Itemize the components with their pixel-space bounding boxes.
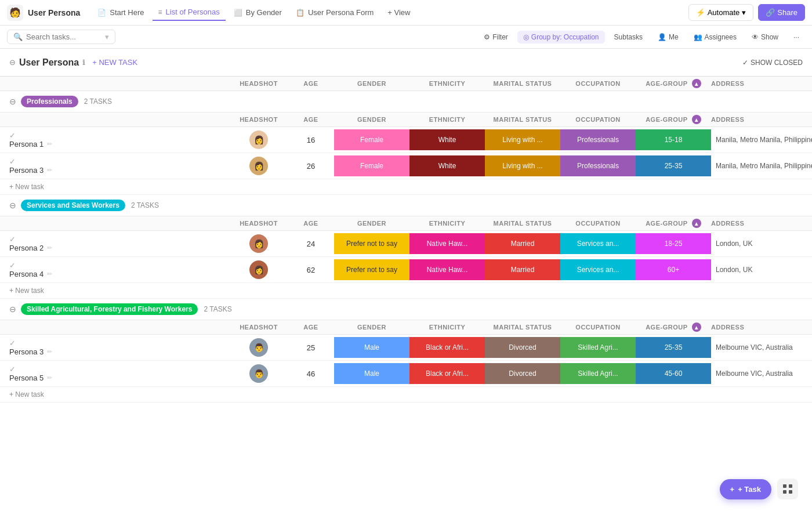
top-navigation: 🧑 User Persona 📄 Start Here ≡ List of Pe… [0,0,812,26]
me-button[interactable]: 👤 Me [652,31,684,44]
cell-gender: Female [334,155,409,176]
col-header-gender: GENDER [334,80,409,87]
group-toggle-services-sales[interactable]: ⊖ [9,201,16,210]
edit-icon[interactable]: ✏ [47,270,52,278]
cell-headshot: 👨 [230,364,288,383]
automate-button[interactable]: ⚡ Automate ▾ [688,4,754,21]
list-icon: ≡ [158,8,162,16]
age-group-sort-icon: ▲ [692,79,701,88]
tab-add-view[interactable]: + View [382,5,416,20]
avatar: 👩 [249,157,268,175]
info-icon[interactable]: ℹ [82,59,85,67]
cell-age: 46 [288,370,334,378]
cell-gender: Prefer not to say [334,233,409,254]
col-header-occupation: OCCUPATION [560,80,636,87]
cell-gender: Female [334,129,409,150]
table-row: ✓ Persona 2 ✏ 👩 24 Prefer not to say Nat… [0,231,812,257]
edit-icon[interactable]: ✏ [47,166,52,174]
new-task-row-agricultural[interactable]: + New task [0,387,812,403]
tab-user-persona-form[interactable]: 📋 User Persona Form [290,5,379,20]
cell-ethnicity: Black or Afri... [409,337,485,358]
check-icon[interactable]: ✓ [9,365,16,374]
share-icon: 🔗 [766,8,775,17]
toolbar-right: ⚙ Filter ◎ Group by: Occupation Subtasks… [478,31,805,44]
cell-headshot: 👨 [230,338,288,357]
group-services-sales: ⊖ Services and Sales Workers 2 TASKS HEA… [0,195,812,299]
subtasks-button[interactable]: Subtasks [608,31,648,44]
edit-icon[interactable]: ✏ [47,244,52,252]
group-label-professionals: Professionals [21,96,78,107]
cell-marital: Living with ... [485,129,560,150]
group-professionals: ⊖ Professionals 2 TASKS HEADSHOT AGE GEN… [0,91,812,195]
cell-address: Melbourne VIC, Australia [711,343,812,352]
cell-age-group: 25-35 [636,155,711,176]
app-title: User Persona [28,8,80,17]
cell-address: London, UK [711,240,812,248]
chevron-down-icon: ▾ [742,8,746,17]
cell-ethnicity: Black or Afri... [409,363,485,384]
assignees-button[interactable]: 👥 Assignees [688,31,742,44]
check-icon[interactable]: ✓ [9,339,16,347]
column-headers: HEADSHOT AGE GENDER ETHNICITY MARITAL ST… [0,77,812,91]
tab-start-here[interactable]: 📄 Start Here [92,5,150,20]
edit-icon[interactable]: ✏ [47,140,52,148]
task-name: Persona 4 ✏ [9,270,230,278]
cell-marital: Married [485,233,560,254]
group-col-headers-services: HEADSHOT AGE GENDER ETHNICITY MARITAL ST… [0,216,812,231]
cell-age: 25 [288,343,334,352]
new-task-row-services[interactable]: + New task [0,283,812,299]
collapse-icon[interactable]: ⊖ [9,58,16,67]
check-icon[interactable]: ✓ [9,131,16,140]
task-name: Persona 5 ✏ [9,374,230,382]
more-options-button[interactable]: ··· [788,31,805,44]
check-icon[interactable]: ✓ [9,261,16,270]
cell-occupation: Services an... [560,259,636,280]
cell-age: 62 [288,266,334,274]
form-icon: 📋 [296,9,304,17]
group-by-button[interactable]: ◎ Group by: Occupation [517,31,605,44]
col-header-ethnicity: ETHNICITY [409,80,485,87]
cell-marital: Living with ... [485,155,560,176]
col-header-marital: MARITAL STATUS [485,80,560,87]
automate-icon: ⚡ [696,8,705,17]
new-task-button[interactable]: + NEW TASK [92,58,137,67]
group-count-professionals: 2 TASKS [84,97,112,106]
group-toggle-agricultural[interactable]: ⊖ [9,305,16,314]
share-button[interactable]: 🔗 Share [758,4,805,21]
table-row: ✓ Persona 3 ✏ 👩 26 Female White Living w… [0,153,812,179]
group-header-services-sales: ⊖ Services and Sales Workers 2 TASKS [0,195,812,216]
group-toggle-professionals[interactable]: ⊖ [9,97,16,106]
filter-button[interactable]: ⚙ Filter [478,31,514,44]
assignees-icon: 👥 [694,33,702,41]
avatar: 👩 [249,234,268,253]
group-icon: ◎ [523,33,529,41]
nav-right-actions: ⚡ Automate ▾ 🔗 Share [688,4,805,21]
cell-occupation: Skilled Agri... [560,337,636,358]
search-input[interactable] [26,32,102,41]
edit-icon[interactable]: ✏ [47,348,52,356]
sort-icon: ▲ [692,323,701,332]
check-icon[interactable]: ✓ [9,157,16,166]
cell-occupation: Professionals [560,155,636,176]
avatar: 👨 [249,338,268,357]
cell-age: 26 [288,162,334,171]
tab-by-gender[interactable]: ⬜ By Gender [228,5,288,20]
avatar: 👩 [249,260,268,279]
show-button[interactable]: 👁 Show [746,31,784,44]
table-row: ✓ Persona 5 ✏ 👨 46 Male Black or Afri...… [0,361,812,387]
search-box[interactable]: 🔍 ▾ [7,30,115,44]
doc-icon: 📄 [97,9,106,17]
cell-age-group: 60+ [636,259,711,280]
edit-icon[interactable]: ✏ [47,374,52,382]
task-name: Persona 3 ✏ [9,347,230,356]
page-header: ⊖ User Persona ℹ + NEW TASK ✓ SHOW CLOSE… [0,49,812,77]
cell-marital: Divorced [485,363,560,384]
cell-headshot: 👩 [230,234,288,253]
task-name: Persona 2 ✏ [9,244,230,252]
table-row: ✓ Persona 4 ✏ 👩 62 Prefer not to say Nat… [0,257,812,283]
tab-list-of-personas[interactable]: ≡ List of Personas [153,4,226,21]
show-closed-button[interactable]: ✓ SHOW CLOSED [742,59,803,67]
col-header-age: AGE [288,80,334,87]
new-task-row-professionals[interactable]: + New task [0,179,812,195]
check-icon[interactable]: ✓ [9,235,16,244]
